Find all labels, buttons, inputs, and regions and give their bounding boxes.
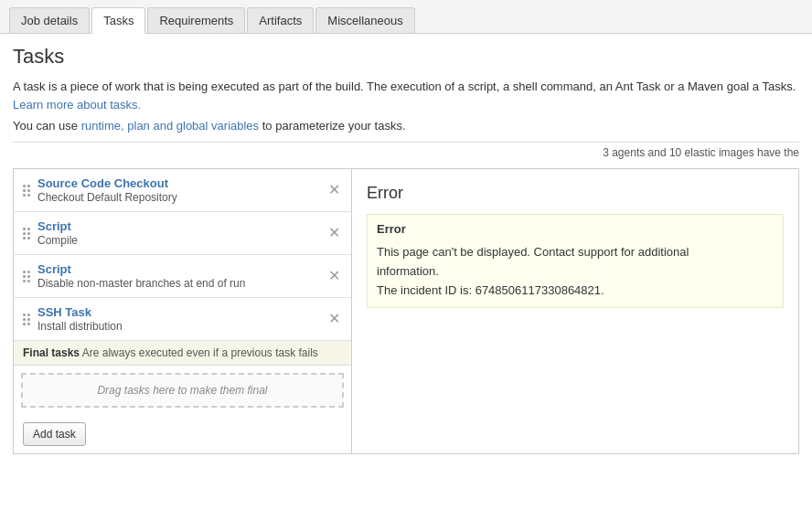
task-name: Source Code Checkout	[37, 176, 325, 190]
tab-miscellaneous[interactable]: Miscellaneous	[315, 7, 414, 33]
task-desc: Disable non-master branches at end of ru…	[37, 277, 325, 290]
tab-job-details[interactable]: Job details	[9, 7, 90, 33]
final-tasks-header: Final tasks Are always executed even if …	[14, 341, 351, 366]
task-remove-button[interactable]: ✕	[325, 312, 344, 326]
task-desc: Install distribution	[37, 320, 325, 333]
final-tasks-label: Final tasks	[23, 346, 80, 359]
agents-banner: 3 agents and 10 elastic images have the	[13, 142, 799, 163]
final-tasks-note: Are always executed even if a previous t…	[82, 346, 318, 359]
add-task-button[interactable]: Add task	[23, 422, 86, 446]
drag-handle[interactable]	[23, 185, 30, 197]
error-panel: Error Error This page can't be displayed…	[351, 168, 799, 454]
tab-artifacts[interactable]: Artifacts	[247, 7, 314, 33]
description-text: A task is a piece of work that is being …	[13, 78, 799, 113]
task-info: Script Compile	[37, 219, 325, 247]
main-content: Tasks A task is a piece of work that is …	[0, 34, 812, 465]
drag-placeholder: Drag tasks here to make them final	[21, 373, 344, 408]
page-title: Tasks	[13, 45, 799, 69]
drag-handle[interactable]	[23, 314, 30, 325]
task-info: SSH Task Install distribution	[37, 305, 325, 333]
task-remove-button[interactable]: ✕	[325, 183, 344, 197]
error-panel-title: Error	[367, 184, 784, 203]
variables-text: You can use runtime, plan and global var…	[13, 119, 799, 133]
task-info: Source Code Checkout Checkout Default Re…	[37, 176, 325, 204]
learn-more-link[interactable]: Learn more about tasks.	[13, 98, 141, 112]
task-desc: Compile	[37, 234, 325, 247]
variables-link[interactable]: runtime, plan and global variables	[81, 119, 259, 133]
task-item[interactable]: Script Disable non-master branches at en…	[14, 255, 351, 298]
task-remove-button[interactable]: ✕	[325, 269, 344, 283]
top-tabs: Job details Tasks Requirements Artifacts…	[0, 0, 812, 34]
tab-requirements[interactable]: Requirements	[147, 7, 245, 33]
error-message: This page can't be displayed. Contact su…	[377, 243, 774, 300]
error-box: Error This page can't be displayed. Cont…	[367, 214, 784, 308]
error-label: Error	[377, 222, 774, 236]
task-name: SSH Task	[37, 305, 325, 319]
task-desc: Checkout Default Repository	[37, 191, 325, 204]
drag-handle[interactable]	[23, 271, 30, 282]
tasks-panel: Source Code Checkout Checkout Default Re…	[13, 168, 351, 454]
content-columns: Source Code Checkout Checkout Default Re…	[13, 168, 799, 454]
drag-handle[interactable]	[23, 228, 30, 239]
task-remove-button[interactable]: ✕	[325, 226, 344, 240]
task-info: Script Disable non-master branches at en…	[37, 262, 325, 290]
task-name: Script	[37, 219, 325, 233]
tab-tasks[interactable]: Tasks	[91, 7, 145, 34]
task-name: Script	[37, 262, 325, 276]
task-item[interactable]: Script Compile ✕	[14, 212, 351, 255]
task-item[interactable]: Source Code Checkout Checkout Default Re…	[14, 169, 351, 212]
task-item[interactable]: SSH Task Install distribution ✕	[14, 298, 351, 341]
